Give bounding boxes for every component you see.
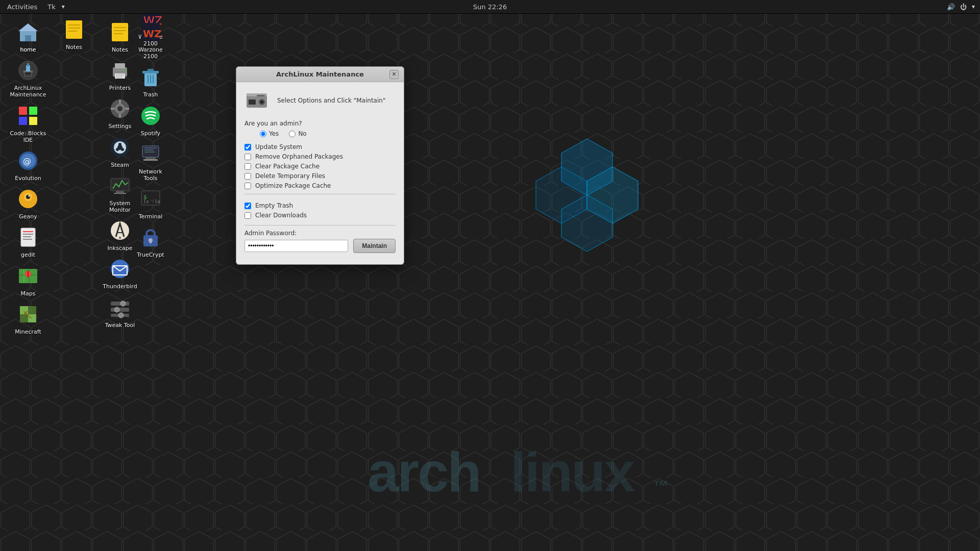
option-row-clear-cache: Clear Package Cache	[244, 163, 396, 170]
dialog-close-button[interactable]: ✕	[389, 70, 399, 79]
dialog-body: Select Options and Click "Maintain" Are …	[236, 82, 404, 264]
password-section: Admin Password: Maintain	[244, 230, 396, 253]
checkbox-empty-trash[interactable]	[244, 203, 251, 209]
option-label-update-system: Update System	[255, 143, 302, 151]
option-row-delete-temp: Delete Temporary Files	[244, 172, 396, 180]
checkbox-clear-cache[interactable]	[244, 163, 251, 170]
password-input[interactable]	[244, 240, 348, 252]
dialog-overlay: ArchLinux Maintenance ✕ Select Options a…	[0, 0, 980, 551]
password-separator	[244, 225, 396, 226]
svg-rect-119	[257, 95, 265, 96]
option-row-clear-downloads: Clear Downloads	[244, 212, 396, 219]
radio-no[interactable]	[289, 131, 296, 137]
checkbox-update-system[interactable]	[244, 144, 251, 151]
svg-rect-116	[249, 99, 256, 105]
option-label-remove-orphaned: Remove Orphaned Packages	[255, 153, 343, 160]
option-label-clear-cache: Clear Package Cache	[255, 163, 320, 170]
dialog-subtitle: Select Options and Click "Maintain"	[277, 97, 385, 104]
password-label: Admin Password:	[244, 230, 396, 237]
dialog-header: Select Options and Click "Maintain"	[244, 88, 396, 113]
checkbox-delete-temp[interactable]	[244, 173, 251, 180]
option-row-empty-trash: Empty Trash	[244, 202, 396, 209]
options-list: Update System Remove Orphaned Packages C…	[244, 143, 396, 219]
dialog-title: ArchLinux Maintenance	[251, 70, 389, 78]
password-row: Maintain	[244, 239, 396, 253]
radio-no-text: No	[298, 130, 306, 137]
svg-point-118	[260, 101, 263, 104]
option-label-clear-downloads: Clear Downloads	[255, 212, 307, 219]
option-row-optimize-cache: Optimize Package Cache	[244, 182, 396, 189]
maintain-button[interactable]: Maintain	[353, 239, 396, 253]
radio-no-label[interactable]: No	[289, 130, 306, 137]
admin-question: Are you an admin?	[244, 120, 396, 127]
radio-yes[interactable]	[260, 131, 266, 137]
option-label-optimize-cache: Optimize Package Cache	[255, 182, 331, 189]
option-row-remove-orphaned: Remove Orphaned Packages	[244, 153, 396, 160]
radio-yes-text: Yes	[269, 130, 279, 137]
radio-yes-label[interactable]: Yes	[260, 130, 279, 137]
dialog-titlebar: ArchLinux Maintenance ✕	[236, 67, 404, 82]
separator	[244, 194, 396, 194]
checkbox-remove-orphaned[interactable]	[244, 154, 251, 160]
option-label-empty-trash: Empty Trash	[255, 202, 293, 209]
disk-icon	[244, 88, 269, 113]
checkbox-clear-downloads[interactable]	[244, 212, 251, 219]
option-label-delete-temp: Delete Temporary Files	[255, 172, 325, 180]
option-row-update-system: Update System	[244, 143, 396, 151]
radio-group: Yes No	[244, 130, 396, 137]
checkbox-optimize-cache[interactable]	[244, 183, 251, 189]
archlinux-maintenance-dialog: ArchLinux Maintenance ✕ Select Options a…	[236, 66, 404, 265]
